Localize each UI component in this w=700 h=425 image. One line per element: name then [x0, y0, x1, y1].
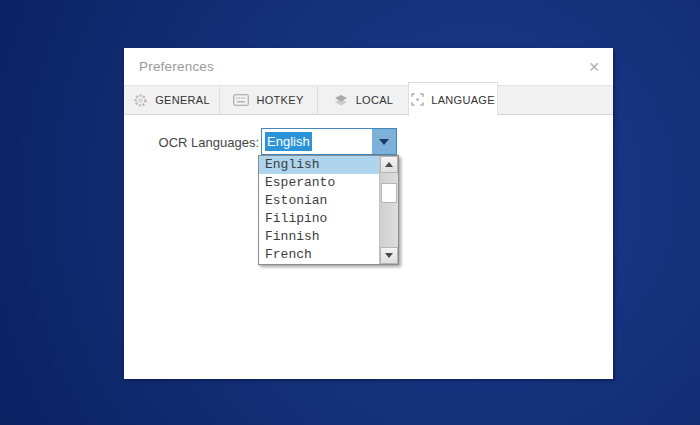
scrollbar-thumb[interactable]	[381, 183, 397, 203]
tab-language-label: LANGUAGE	[431, 94, 495, 106]
dropdown-items: English Esperanto Estonian Filipino Finn…	[259, 156, 379, 264]
dropdown-scrollbar[interactable]	[379, 156, 398, 264]
tab-language[interactable]: LANGUAGE	[408, 82, 498, 116]
layers-icon	[333, 94, 349, 107]
language-dropdown-list: English Esperanto Estonian Filipino Finn…	[258, 155, 399, 265]
tab-hotkey[interactable]: HOTKEY	[220, 86, 318, 114]
arrow-up-icon	[385, 162, 393, 167]
language-tab-panel: OCR Languages: English English Esperanto…	[124, 115, 613, 379]
title-bar: Preferences ✕	[124, 48, 613, 85]
tab-local[interactable]: LOCAL	[318, 86, 408, 114]
dropdown-item-estonian[interactable]: Estonian	[259, 192, 379, 210]
combobox-field[interactable]: English	[262, 129, 372, 154]
tab-general[interactable]: GENERAL	[124, 86, 220, 114]
dropdown-item-finnish[interactable]: Finnish	[259, 228, 379, 246]
dropdown-item-english[interactable]: English	[259, 156, 379, 174]
tab-hotkey-label: HOTKEY	[256, 94, 303, 106]
scrollbar-up-button[interactable]	[380, 156, 398, 173]
keyboard-icon	[233, 94, 249, 106]
dropdown-item-french[interactable]: French	[259, 246, 379, 264]
tab-strip: GENERAL HOTKEY	[124, 85, 613, 115]
ocr-languages-label: OCR Languages:	[154, 129, 259, 156]
tab-local-label: LOCAL	[356, 94, 394, 106]
chevron-down-icon	[379, 139, 389, 145]
arrow-down-icon	[385, 253, 393, 258]
close-button[interactable]: ✕	[585, 58, 603, 76]
combobox-dropdown-button[interactable]	[372, 129, 396, 154]
ocr-language-combobox[interactable]: English	[261, 128, 397, 155]
dropdown-item-esperanto[interactable]: Esperanto	[259, 174, 379, 192]
dropdown-item-filipino[interactable]: Filipino	[259, 210, 379, 228]
scrollbar-down-button[interactable]	[380, 247, 398, 264]
gear-icon	[133, 93, 148, 108]
preferences-dialog: Preferences ✕ GENERAL	[124, 48, 613, 378]
combobox-selected-value: English	[265, 132, 312, 151]
window-title: Preferences	[139, 48, 214, 86]
scan-icon	[411, 93, 424, 106]
tab-general-label: GENERAL	[155, 94, 210, 106]
